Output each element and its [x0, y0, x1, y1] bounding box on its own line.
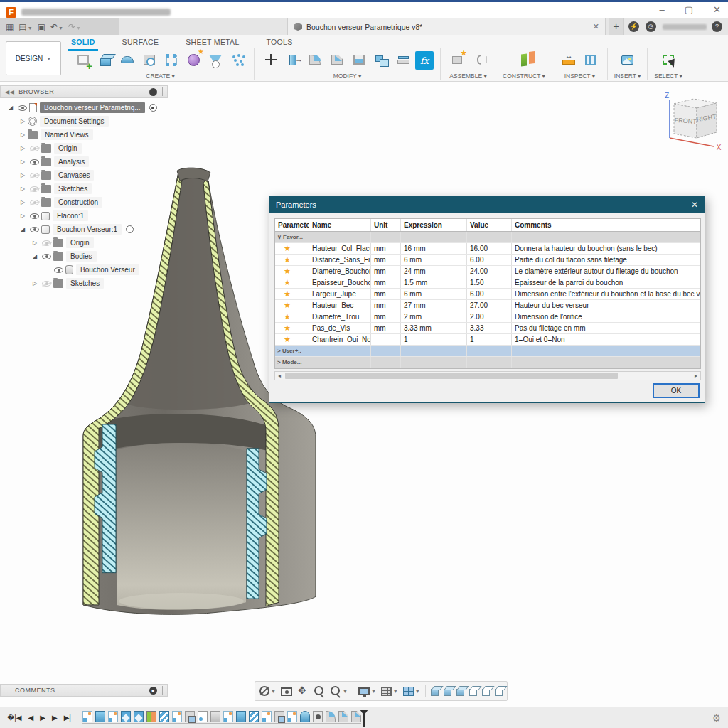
timeline-feature-box[interactable]: [210, 711, 220, 722]
timeline-feature-sketch[interactable]: [108, 711, 118, 722]
scroll-left-icon[interactable]: ◂: [275, 373, 284, 379]
tree-expand-icon[interactable]: ▷: [18, 159, 28, 165]
cell[interactable]: [401, 357, 467, 368]
visibility-eye-icon[interactable]: [30, 213, 39, 219]
timeline-feature-sketch[interactable]: [223, 711, 233, 722]
cell[interactable]: [401, 232, 467, 242]
split-icon[interactable]: [393, 49, 413, 70]
revolve-icon[interactable]: [117, 49, 137, 70]
timeline-feature-hole[interactable]: [313, 711, 323, 722]
param-expression[interactable]: 3.33 mm: [401, 323, 467, 333]
extrude-icon[interactable]: [95, 49, 115, 70]
favorite-star-icon[interactable]: ★: [275, 266, 309, 277]
param-name[interactable]: Largeur_Jupe: [309, 289, 371, 299]
cube-shaded-icon[interactable]: [431, 686, 439, 696]
cell[interactable]: [512, 346, 700, 356]
chamfer-icon[interactable]: [327, 49, 347, 70]
param-unit[interactable]: mm: [371, 300, 401, 311]
timeline-feature-point[interactable]: [198, 711, 208, 722]
param-unit[interactable]: mm: [371, 289, 401, 299]
newcomp-icon[interactable]: [447, 49, 467, 70]
form-icon[interactable]: [183, 49, 203, 70]
pipe-icon[interactable]: [205, 49, 225, 70]
visibility-eye-icon[interactable]: [54, 267, 63, 273]
visibility-eye-icon[interactable]: [30, 186, 39, 192]
param-comment[interactable]: Dimension entre l'extérieur du bouchon e…: [512, 289, 700, 299]
param-expression[interactable]: 24 mm: [401, 266, 467, 277]
hole-icon[interactable]: [139, 49, 159, 70]
pattern-icon[interactable]: [161, 49, 181, 70]
favorite-star-icon[interactable]: ★: [275, 255, 309, 265]
undo-icon[interactable]: ↶▼: [50, 22, 63, 32]
step-back-icon[interactable]: ◀: [28, 714, 34, 722]
param-name[interactable]: Diametre_Bouchon: [309, 266, 371, 277]
param-value[interactable]: 24.00: [467, 266, 512, 277]
panel-grip[interactable]: [161, 87, 163, 96]
image-icon[interactable]: [618, 49, 638, 70]
play-icon[interactable]: ▶: [40, 714, 46, 722]
tree-item-bouchon-verseur-parametriq-[interactable]: ◢Bouchon verseur Parametriq...: [0, 101, 168, 114]
cell[interactable]: [371, 346, 401, 356]
visibility-eye-icon[interactable]: [30, 173, 39, 178]
tree-item-analysis[interactable]: ▷Analysis: [0, 155, 168, 168]
group-label-assemble[interactable]: ASSEMBLE ▾: [449, 73, 486, 80]
group-label-create[interactable]: CREATE ▾: [146, 73, 174, 80]
document-tab[interactable]: Bouchon verseur Parametrique v8* ✕: [287, 18, 606, 35]
param-value[interactable]: 27.00: [467, 300, 512, 311]
param-name[interactable]: Epaisseur_Bouchon: [309, 277, 371, 288]
cube-shaded-hidden-icon[interactable]: [456, 686, 464, 696]
select-icon[interactable]: [658, 49, 678, 70]
step-forward-icon[interactable]: ▶: [52, 714, 58, 722]
timeline-feature-canvas[interactable]: [121, 711, 131, 722]
file-icon[interactable]: ▤▼: [18, 22, 32, 32]
tree-expand-icon[interactable]: ▷: [18, 199, 28, 205]
username-redacted[interactable]: [663, 24, 707, 30]
param-expression[interactable]: 6 mm: [401, 255, 467, 265]
param-value[interactable]: 16.00: [467, 243, 512, 254]
activate-component-radio[interactable]: [149, 104, 157, 112]
cell[interactable]: [467, 346, 512, 356]
fit-icon[interactable]: ▼: [330, 685, 348, 697]
scroll-right-icon[interactable]: ▸: [692, 373, 700, 379]
param-expression[interactable]: 16 mm: [401, 243, 467, 254]
go-to-end-icon[interactable]: ▶|: [64, 714, 71, 722]
timeline-feature-copy[interactable]: [274, 711, 284, 722]
scrollbar-thumb[interactable]: [285, 373, 618, 379]
zoom-icon[interactable]: [314, 685, 325, 697]
combine-icon[interactable]: [371, 49, 391, 70]
cell[interactable]: [371, 232, 401, 242]
timeline-feature-extrude[interactable]: [236, 711, 246, 722]
param-name[interactable]: Diametre_Trou: [309, 311, 371, 322]
favorite-star-icon[interactable]: ★: [275, 300, 309, 311]
param-unit[interactable]: mm: [371, 323, 401, 333]
param-expression[interactable]: 27 mm: [401, 300, 467, 311]
maximize-button[interactable]: ▢: [685, 4, 693, 15]
cell[interactable]: [512, 357, 700, 368]
timeline-feature-sketch[interactable]: [172, 711, 182, 722]
param-value[interactable]: 3.33: [467, 323, 512, 333]
comments-header[interactable]: COMMENTS ●: [0, 684, 168, 697]
plane-icon[interactable]: [514, 49, 534, 70]
user-parameters-group-row[interactable]: > User+..: [275, 346, 309, 356]
tree-item-bouchon-verseur[interactable]: Bouchon Verseur: [0, 263, 168, 277]
visibility-eye-icon[interactable]: [18, 105, 27, 111]
minimize-button[interactable]: –: [660, 4, 665, 15]
timeline-settings-gear-icon[interactable]: ⚙: [712, 712, 721, 724]
shell-icon[interactable]: [349, 49, 369, 70]
timeline-feature-extrude[interactable]: [95, 711, 105, 722]
tree-item-origin[interactable]: ▷Origin: [0, 236, 168, 250]
cell[interactable]: [371, 357, 401, 368]
timeline-playhead[interactable]: [363, 710, 365, 727]
param-unit[interactable]: [371, 334, 401, 345]
tree-expand-icon[interactable]: ▷: [18, 132, 28, 138]
display-icon[interactable]: ▼: [358, 687, 376, 695]
cell[interactable]: [309, 346, 371, 356]
fillet-icon[interactable]: [305, 49, 325, 70]
tree-item-canvases[interactable]: ▷Canvases: [0, 168, 168, 182]
favorite-star-icon[interactable]: ★: [275, 289, 309, 299]
job-status-icon[interactable]: ◷: [646, 21, 656, 32]
param-expression[interactable]: 6 mm: [401, 289, 467, 299]
tree-expand-icon[interactable]: ▷: [30, 240, 40, 246]
visibility-eye-icon[interactable]: [30, 200, 39, 205]
timeline-feature-coil[interactable]: [159, 711, 169, 722]
